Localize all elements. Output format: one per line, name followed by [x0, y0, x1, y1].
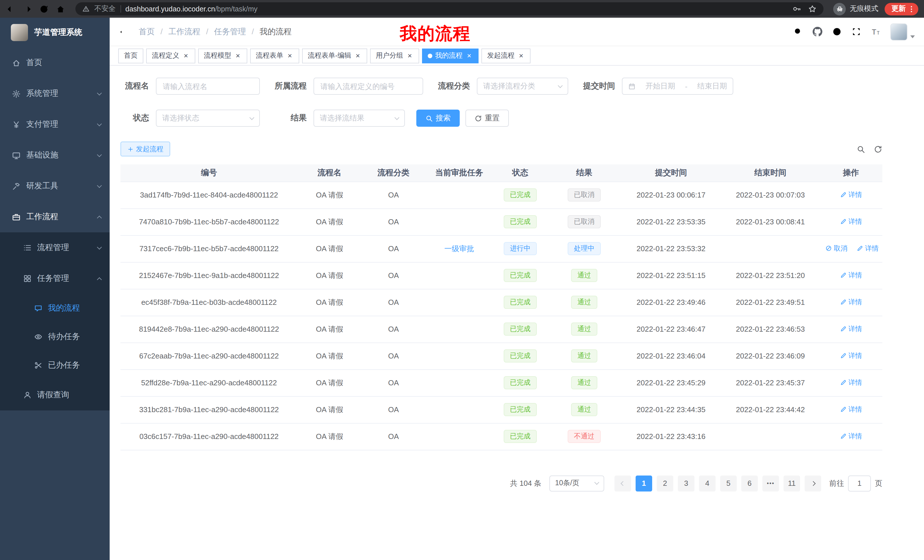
chevron-down-icon — [97, 245, 102, 250]
breadcrumb-item[interactable]: 任务管理 — [214, 27, 260, 37]
detail-label: 详情 — [848, 378, 862, 388]
view-tab[interactable]: 流程模型 — [198, 48, 247, 63]
page-size-select[interactable]: 10条/页 — [549, 475, 604, 491]
cancel-button[interactable]: 取消 — [825, 244, 848, 253]
app-logo[interactable]: 芋道管理系统 — [0, 18, 110, 47]
browser-menu-icon[interactable] — [908, 5, 915, 13]
detail-button[interactable]: 详情 — [840, 351, 862, 361]
sidebar-item-dev-tools[interactable]: 研发工具 — [0, 171, 110, 202]
fullscreen-icon[interactable] — [852, 27, 861, 36]
breadcrumb-item[interactable]: 首页 — [139, 27, 168, 37]
parent-process-input[interactable] — [314, 78, 423, 95]
cell-current-task — [426, 423, 493, 450]
search-button-label: 搜索 — [436, 113, 451, 123]
sidebar-item-system[interactable]: 系统管理 — [0, 78, 110, 109]
sidebar-item-process-mgmt[interactable]: 流程管理 — [0, 232, 110, 263]
tab-close-icon[interactable] — [518, 52, 525, 59]
tab-close-icon[interactable] — [286, 52, 294, 59]
page-number-button[interactable]: 1 — [636, 475, 652, 491]
tab-close-icon[interactable] — [354, 52, 362, 59]
detail-button[interactable]: 详情 — [856, 244, 879, 253]
detail-button[interactable]: 详情 — [840, 431, 862, 441]
parent-process-label: 所属流程 — [271, 81, 307, 91]
page-number-button[interactable]: 6 — [741, 475, 758, 491]
detail-button[interactable]: 详情 — [840, 378, 862, 388]
view-tab[interactable]: 发起流程 — [482, 48, 531, 63]
sidebar-item-todo-tasks[interactable]: 待办任务 — [0, 322, 110, 351]
page-number-button[interactable]: ••• — [762, 475, 779, 491]
detail-button[interactable]: 详情 — [840, 217, 862, 227]
tab-close-icon[interactable] — [465, 52, 473, 59]
sidebar-item-payment[interactable]: 支付管理 — [0, 109, 110, 140]
sidebar-item-workflow[interactable]: 工作流程 — [0, 202, 110, 232]
cell-submit-time: 2022-01-22 23:46:47 — [621, 316, 721, 343]
prev-page-button[interactable] — [615, 475, 631, 491]
sidebar-item-infra[interactable]: 基础设施 — [0, 140, 110, 171]
sidebar-item-task-mgmt[interactable]: 任务管理 — [0, 263, 110, 294]
user-menu[interactable] — [890, 23, 915, 40]
update-button[interactable]: 更新 — [885, 3, 918, 15]
font-size-icon[interactable] — [871, 27, 880, 36]
page-number-button[interactable]: 11 — [783, 475, 800, 491]
page-number-button[interactable]: 4 — [699, 475, 716, 491]
breadcrumb-item[interactable]: 工作流程 — [168, 27, 214, 37]
page-number-button[interactable]: 3 — [678, 475, 694, 491]
home-icon[interactable] — [56, 4, 66, 14]
view-tab[interactable]: 首页 — [118, 48, 143, 63]
toggle-search-icon[interactable] — [856, 145, 865, 153]
bookmark-star-icon[interactable] — [808, 4, 817, 13]
sidebar-item-my-process[interactable]: 我的流程 — [0, 294, 110, 322]
view-tab[interactable]: 流程定义 — [146, 48, 195, 63]
search-button[interactable]: 搜索 — [416, 109, 460, 127]
detail-button[interactable]: 详情 — [840, 324, 862, 334]
search-icon[interactable] — [793, 27, 803, 36]
tab-close-icon[interactable] — [406, 52, 414, 59]
forward-icon[interactable] — [22, 4, 33, 14]
reset-button[interactable]: 重置 — [465, 109, 509, 127]
status-badge: 进行中 — [504, 242, 537, 255]
detail-button[interactable]: 详情 — [840, 271, 862, 280]
sidebar-item-leave-query[interactable]: 请假查询 — [0, 380, 110, 410]
github-icon[interactable] — [813, 27, 822, 36]
page-number-button[interactable]: 2 — [657, 475, 673, 491]
category-select[interactable]: 请选择流程分类 — [477, 78, 568, 95]
process-name-input[interactable] — [156, 78, 260, 95]
status-select[interactable]: 请选择状态 — [156, 109, 260, 127]
cancel-label: 取消 — [834, 244, 848, 253]
edit-icon — [840, 192, 847, 198]
reload-icon[interactable] — [39, 4, 49, 14]
view-tab[interactable]: 流程表单-编辑 — [302, 48, 367, 63]
avatar[interactable] — [890, 23, 908, 40]
current-task-link[interactable]: 一级审批 — [444, 244, 474, 253]
start-process-button[interactable]: 发起流程 — [120, 142, 170, 156]
view-tab[interactable]: 用户分组 — [370, 48, 419, 63]
breadcrumb-item[interactable]: 我的流程 — [260, 27, 291, 37]
tab-close-icon[interactable] — [182, 52, 190, 59]
help-icon[interactable] — [832, 27, 842, 36]
password-key-icon[interactable] — [793, 4, 801, 13]
address-bar[interactable]: 不安全 dashboard.yudao.iocoder.cn/bpm/task/… — [75, 2, 824, 15]
goto-page-input[interactable] — [848, 475, 871, 491]
cell-process-name: OA 请假 — [297, 369, 362, 396]
detail-button[interactable]: 详情 — [840, 190, 862, 200]
refresh-table-icon[interactable] — [874, 145, 882, 153]
submit-time-range-picker[interactable]: 开始日期 - 结束日期 — [622, 78, 733, 95]
view-tab[interactable]: 流程表单 — [250, 48, 299, 63]
view-tab[interactable]: 我的流程 — [422, 48, 478, 63]
detail-button[interactable]: 详情 — [840, 297, 862, 307]
cell-actions: 详情 — [819, 181, 882, 208]
sidebar-item-label: 首页 — [26, 58, 101, 68]
table-row: 52ffd28e-7b9a-11ec-a290-acde48001122 OA … — [120, 369, 882, 396]
next-page-button[interactable] — [805, 475, 821, 491]
page-number-button[interactable]: 5 — [720, 475, 736, 491]
tab-close-icon[interactable] — [234, 52, 242, 59]
sidebar-item-done-tasks[interactable]: 已办任务 — [0, 351, 110, 380]
security-label[interactable]: 不安全 — [94, 4, 116, 14]
result-select[interactable]: 请选择流结果 — [314, 109, 405, 127]
sidebar-fold-icon[interactable] — [119, 27, 129, 37]
detail-button[interactable]: 详情 — [840, 405, 862, 415]
back-icon[interactable] — [6, 4, 16, 14]
tab-label: 流程表单 — [256, 51, 283, 60]
filter-form: 流程名 所属流程 流程分类 请选择流程分类 — [120, 78, 882, 127]
sidebar-item-home[interactable]: 首页 — [0, 47, 110, 78]
